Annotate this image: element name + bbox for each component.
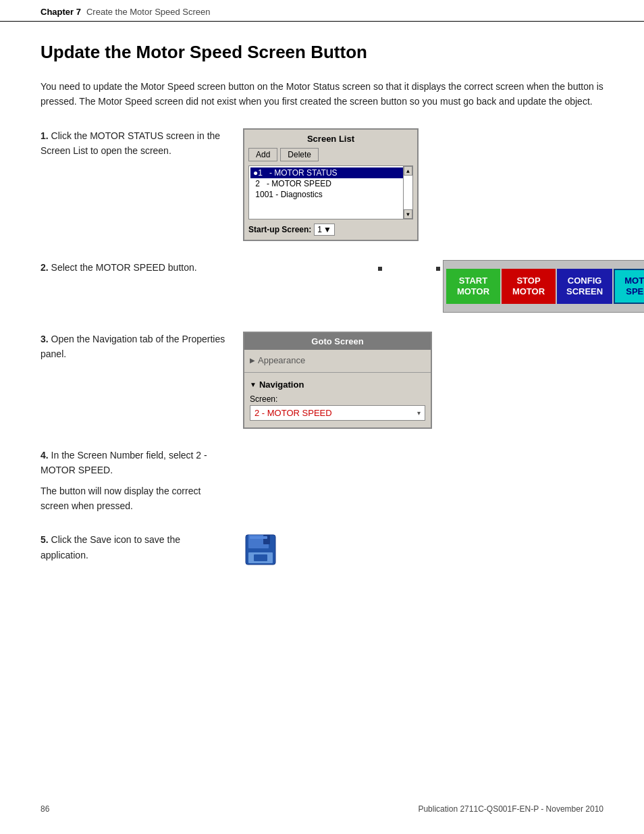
start-motor-label: STARTMOTOR bbox=[457, 276, 489, 296]
appearance-header[interactable]: ▶ Appearance bbox=[250, 353, 425, 368]
main-content: Update the Motor Speed Screen Button You… bbox=[0, 22, 644, 627]
list-item[interactable]: 1001 - Diagnostics bbox=[250, 189, 411, 200]
stop-motor-button[interactable]: STOPMOTOR bbox=[502, 269, 556, 304]
start-motor-button[interactable]: STARTMOTOR bbox=[446, 269, 500, 304]
svg-rect-5 bbox=[250, 536, 267, 539]
step-1-text: 1. Click the MOTOR STATUS screen in the … bbox=[41, 128, 230, 159]
step-2-image: STARTMOTOR STOPMOTOR CONFIGSCREEN MOTORS… bbox=[243, 260, 644, 313]
step-1-label: Click the MOTOR STATUS screen in the Scr… bbox=[41, 130, 220, 156]
section-divider bbox=[244, 372, 431, 373]
intro-paragraph: You need to update the Motor Speed scree… bbox=[41, 79, 603, 109]
screen-list-title: Screen List bbox=[248, 134, 413, 144]
step-1-image: Screen List Add Delete ●1 - MOTOR STATUS… bbox=[243, 128, 419, 241]
step-5-number: 5. bbox=[41, 534, 49, 545]
screen-list-items: ●1 - MOTOR STATUS 2 - MOTOR SPEED 1001 -… bbox=[248, 165, 413, 219]
motor-speed-area: MOTORSPEED bbox=[614, 263, 644, 309]
step-3-label: Open the Navigation tab of the Propertie… bbox=[41, 334, 225, 359]
stop-motor-label: STOPMOTOR bbox=[512, 276, 545, 296]
appearance-expand-icon: ▶ bbox=[250, 357, 255, 364]
step-2-label: Select the MOTOR SPEED button. bbox=[51, 262, 197, 273]
motor-speed-button[interactable]: MOTORSPEED bbox=[614, 269, 644, 304]
scroll-track bbox=[404, 176, 412, 209]
screen-list-buttons: Add Delete bbox=[248, 148, 413, 161]
startup-select[interactable]: 1 ▼ bbox=[314, 224, 335, 236]
step-3-image: Goto Screen ▶ Appearance ▼ Navigation bbox=[243, 332, 432, 429]
step-4-extra: The button will now display the correct … bbox=[41, 484, 230, 514]
add-button[interactable]: Add bbox=[248, 148, 277, 161]
scroll-up-arrow[interactable]: ▲ bbox=[404, 166, 412, 176]
screen-select-arrow-icon: ▾ bbox=[417, 409, 421, 417]
step-5-image bbox=[243, 532, 278, 567]
screen-select[interactable]: 2 - MOTOR SPEED ▾ bbox=[250, 405, 425, 421]
step-3-text: 3. Open the Navigation tab of the Proper… bbox=[41, 332, 230, 362]
step-2-row: 2. Select the MOTOR SPEED button. bbox=[41, 260, 603, 313]
step-5-row: 5. Click the Save icon to save the appli… bbox=[41, 532, 603, 567]
step-1-row: 1. Click the MOTOR STATUS screen in the … bbox=[41, 128, 603, 241]
steps-container: 1. Click the MOTOR STATUS screen in the … bbox=[41, 128, 603, 587]
navigation-expand-icon: ▼ bbox=[250, 381, 257, 388]
appearance-section: ▶ Appearance bbox=[244, 350, 431, 371]
motor-buttons-widget: STARTMOTOR STOPMOTOR CONFIGSCREEN MOTORS… bbox=[443, 260, 644, 313]
page-header: Chapter 7 Create the Motor Speed Screen bbox=[0, 0, 644, 22]
publication-info: Publication 2711C-QS001F-EN-P - November… bbox=[418, 804, 603, 814]
step-5-label: Click the Save icon to save the applicat… bbox=[41, 534, 180, 560]
scroll-down-arrow[interactable]: ▼ bbox=[404, 209, 412, 219]
navigation-section: ▼ Navigation Screen: 2 - MOTOR SPEED ▾ bbox=[244, 374, 431, 427]
goto-screen-title: Goto Screen bbox=[244, 333, 431, 350]
screen-list-widget: Screen List Add Delete ●1 - MOTOR STATUS… bbox=[243, 128, 419, 241]
step-3-number: 3. bbox=[41, 334, 49, 344]
step-2-number: 2. bbox=[41, 262, 49, 273]
startup-label: Start-up Screen: bbox=[248, 225, 311, 234]
svg-rect-4 bbox=[254, 554, 267, 561]
goto-screen-widget: Goto Screen ▶ Appearance ▼ Navigation bbox=[243, 332, 432, 429]
step-4-label: In the Screen Number field, select 2 - M… bbox=[41, 450, 207, 475]
navigation-header[interactable]: ▼ Navigation bbox=[250, 377, 425, 392]
chapter-title: Create the Motor Speed Screen bbox=[86, 7, 211, 17]
save-icon[interactable] bbox=[243, 532, 278, 567]
startup-row: Start-up Screen: 1 ▼ bbox=[248, 224, 413, 236]
step-1-number: 1. bbox=[41, 130, 49, 141]
config-screen-label: CONFIGSCREEN bbox=[566, 276, 603, 296]
save-icon-svg bbox=[243, 532, 278, 567]
step-4-number: 4. bbox=[41, 450, 49, 461]
page-footer: 86 Publication 2711C-QS001F-EN-P - Novem… bbox=[41, 804, 603, 814]
motor-speed-label: MOTORSPEED bbox=[624, 276, 644, 296]
step-4-row: 4. In the Screen Number field, select 2 … bbox=[41, 448, 603, 514]
navigation-label: Navigation bbox=[259, 380, 304, 390]
startup-dropdown-arrow: ▼ bbox=[323, 225, 331, 234]
screen-select-value: 2 - MOTOR SPEED bbox=[254, 408, 332, 418]
list-item[interactable]: 2 - MOTOR SPEED bbox=[250, 178, 411, 189]
scrollbar: ▲ ▼ bbox=[403, 166, 412, 219]
appearance-label: Appearance bbox=[258, 355, 305, 365]
page-title: Update the Motor Speed Screen Button bbox=[41, 42, 603, 63]
motor-buttons-top-indicators bbox=[243, 260, 440, 271]
step-5-text: 5. Click the Save icon to save the appli… bbox=[41, 532, 230, 563]
list-item[interactable]: ●1 - MOTOR STATUS bbox=[250, 167, 411, 178]
step-2-text: 2. Select the MOTOR SPEED button. bbox=[41, 260, 230, 275]
screen-field-label: Screen: bbox=[250, 392, 425, 405]
motor-buttons-container: STARTMOTOR STOPMOTOR CONFIGSCREEN MOTORS… bbox=[243, 260, 644, 313]
delete-button[interactable]: Delete bbox=[280, 148, 319, 161]
config-screen-button[interactable]: CONFIGSCREEN bbox=[557, 269, 612, 304]
chapter-label: Chapter 7 bbox=[41, 7, 81, 17]
page-number: 86 bbox=[41, 804, 49, 814]
step-4-text: 4. In the Screen Number field, select 2 … bbox=[41, 448, 230, 514]
startup-value: 1 bbox=[317, 225, 322, 234]
step-3-row: 3. Open the Navigation tab of the Proper… bbox=[41, 332, 603, 429]
